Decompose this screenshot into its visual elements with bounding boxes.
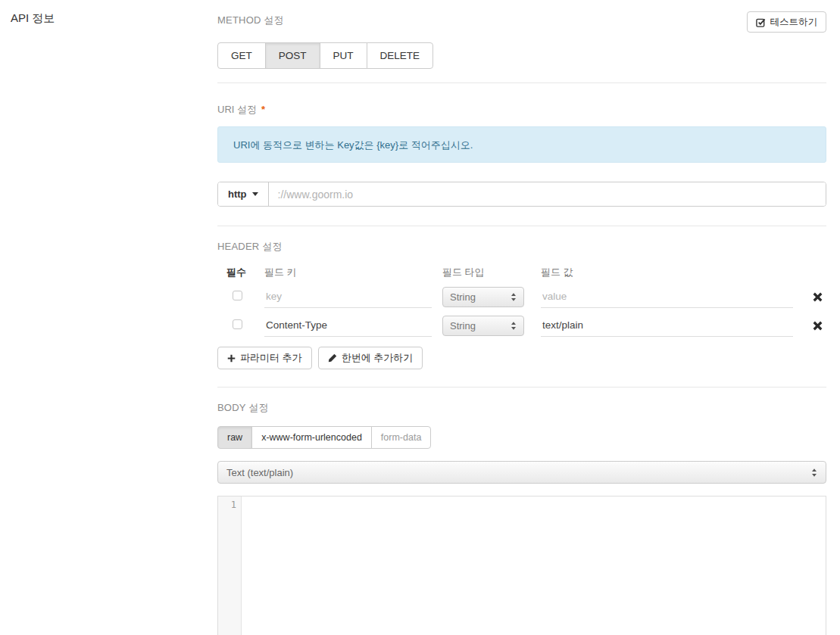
pencil-icon bbox=[328, 353, 337, 363]
bulk-add-label: 한번에 추가하기 bbox=[342, 351, 414, 365]
protocol-dropdown[interactable]: http bbox=[218, 182, 269, 206]
content-type-select[interactable]: Text (text/plain) bbox=[217, 461, 826, 484]
field-type-value: String bbox=[450, 291, 476, 303]
required-checkbox[interactable] bbox=[233, 291, 242, 300]
side-column: API 정보 bbox=[11, 11, 217, 635]
delete-x-icon bbox=[813, 322, 823, 333]
test-button[interactable]: 테스트하기 bbox=[747, 11, 827, 33]
header-param-row: String bbox=[217, 314, 826, 337]
main-column: METHOD 설정 테스트하기 GET POST PUT DELETE URI … bbox=[217, 11, 826, 635]
section-divider bbox=[217, 82, 826, 83]
checkbox-checked-icon bbox=[756, 17, 766, 27]
method-section-label: METHOD 설정 bbox=[217, 11, 284, 27]
protocol-value: http bbox=[228, 188, 247, 200]
api-settings-page: API 정보 METHOD 설정 테스트하기 GET POST PUT DELE… bbox=[0, 0, 840, 635]
header-section-label: HEADER 설정 bbox=[217, 240, 826, 254]
content-type-value: Text (text/plain) bbox=[226, 467, 293, 478]
section-divider bbox=[217, 226, 826, 226]
field-key-input[interactable] bbox=[264, 315, 432, 337]
bulk-add-button[interactable]: 한번에 추가하기 bbox=[318, 347, 423, 369]
header-param-row: String bbox=[217, 285, 826, 308]
field-type-select[interactable]: String bbox=[442, 287, 524, 307]
select-arrows-icon bbox=[511, 321, 517, 331]
tab-form-data[interactable]: form-data bbox=[371, 426, 432, 449]
field-key-input[interactable] bbox=[264, 286, 432, 308]
column-required: 필수 bbox=[226, 266, 264, 279]
method-post-button[interactable]: POST bbox=[265, 42, 320, 69]
field-value-input[interactable] bbox=[541, 286, 793, 308]
body-code-editor: 1 bbox=[217, 496, 826, 635]
plus-icon bbox=[227, 354, 236, 363]
delete-row-button[interactable] bbox=[808, 319, 826, 332]
editor-line-numbers: 1 bbox=[218, 496, 242, 635]
editor-text-area[interactable] bbox=[242, 496, 826, 635]
column-field-type: 필드 타입 bbox=[442, 266, 541, 279]
header-actions-row: 파라미터 추가 한번에 추가하기 bbox=[217, 347, 826, 369]
column-field-value: 필드 값 bbox=[541, 266, 808, 279]
method-put-button[interactable]: PUT bbox=[320, 42, 367, 69]
tab-raw[interactable]: raw bbox=[217, 426, 252, 449]
test-button-label: 테스트하기 bbox=[770, 16, 818, 29]
page-title: API 정보 bbox=[11, 11, 217, 26]
body-section-label: BODY 설정 bbox=[217, 401, 826, 415]
tab-x-www-form-urlencoded[interactable]: x-www-form-urlencoded bbox=[251, 426, 372, 449]
column-field-key: 필드 키 bbox=[264, 266, 442, 279]
uri-section-header: URI 설정* bbox=[217, 103, 826, 117]
method-header-row: METHOD 설정 테스트하기 bbox=[217, 11, 826, 33]
select-arrows-icon bbox=[811, 468, 817, 478]
field-value-input[interactable] bbox=[541, 315, 793, 337]
delete-row-button[interactable] bbox=[808, 291, 826, 303]
add-parameter-button[interactable]: 파라미터 추가 bbox=[217, 347, 312, 369]
field-type-select[interactable]: String bbox=[442, 316, 524, 336]
url-input[interactable] bbox=[269, 182, 826, 206]
required-asterisk: * bbox=[261, 104, 265, 115]
uri-info-alert: URI에 동적으로 변하는 Key값은 {key}로 적어주십시오. bbox=[217, 126, 826, 163]
method-get-button[interactable]: GET bbox=[217, 42, 266, 69]
header-table-head: 필수 필드 키 필드 타입 필드 값 bbox=[217, 266, 826, 279]
delete-x-icon bbox=[813, 293, 823, 304]
section-divider bbox=[217, 387, 826, 388]
method-button-group: GET POST PUT DELETE bbox=[217, 42, 433, 69]
method-delete-button[interactable]: DELETE bbox=[367, 42, 434, 69]
field-type-value: String bbox=[450, 320, 476, 332]
url-input-group: http bbox=[217, 182, 826, 207]
uri-section-label: URI 설정 bbox=[217, 104, 257, 115]
body-type-tabs: raw x-www-form-urlencoded form-data bbox=[217, 426, 431, 449]
required-checkbox[interactable] bbox=[233, 319, 242, 329]
select-arrows-icon bbox=[511, 292, 517, 302]
add-parameter-label: 파라미터 추가 bbox=[240, 351, 302, 365]
caret-down-icon bbox=[252, 192, 258, 196]
